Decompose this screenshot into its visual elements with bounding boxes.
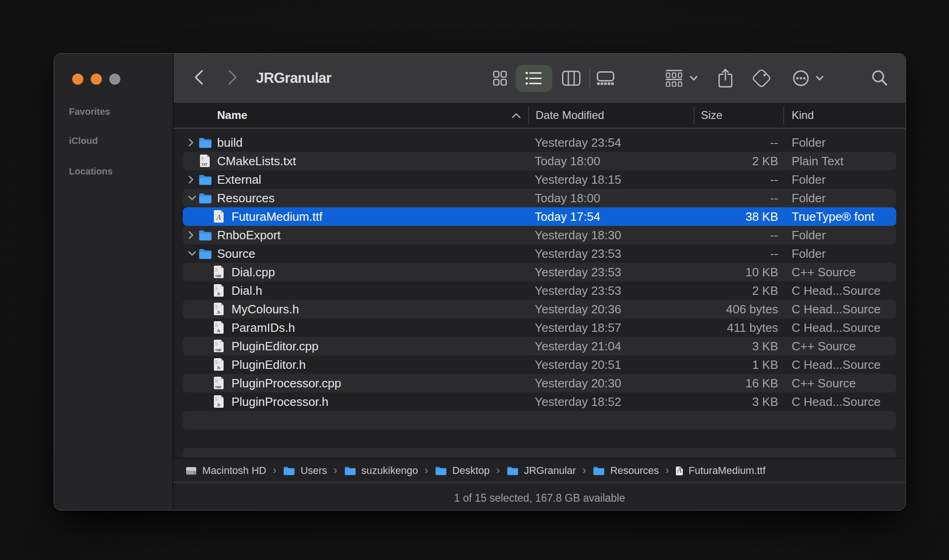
svg-text:.h: .h: [216, 292, 220, 296]
svg-text:.h: .h: [216, 366, 220, 370]
svg-text:.h: .h: [216, 403, 220, 407]
svg-text:TXT: TXT: [201, 163, 208, 166]
svg-text:A: A: [677, 466, 682, 474]
svg-text:cpp: cpp: [215, 385, 221, 389]
svg-text:.h: .h: [216, 310, 220, 315]
svg-text:A: A: [216, 213, 221, 221]
svg-text:cpp: cpp: [215, 274, 221, 278]
svg-text:cpp: cpp: [215, 348, 221, 352]
svg-text:.h: .h: [216, 329, 220, 333]
